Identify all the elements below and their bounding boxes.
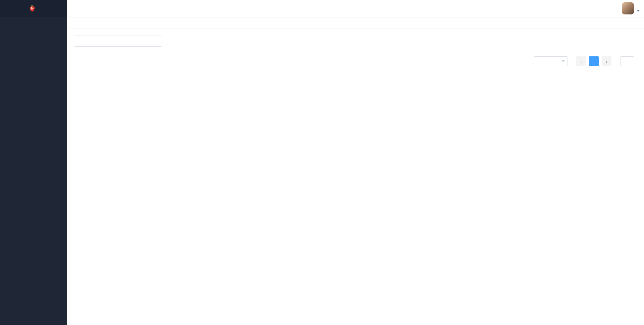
prev-page-button[interactable]: ‹ xyxy=(576,56,586,66)
category-panel xyxy=(74,36,162,318)
avatar[interactable] xyxy=(622,2,634,14)
chevron-down-icon xyxy=(562,60,565,62)
pagination: ‹ › xyxy=(170,56,637,66)
goto-page-input[interactable] xyxy=(620,56,634,66)
app-root: ‹ › xyxy=(0,0,644,325)
hamburger-icon[interactable] xyxy=(67,0,84,17)
page-1-button[interactable] xyxy=(589,56,599,66)
search-icon xyxy=(77,39,82,43)
sidebar xyxy=(0,0,67,325)
navbar-actions xyxy=(618,2,640,14)
top-navbar xyxy=(67,0,644,17)
page-content: ‹ › xyxy=(67,28,644,325)
sidebar-menu xyxy=(0,17,67,325)
main-column: ‹ › xyxy=(67,0,644,325)
page-size-select[interactable] xyxy=(534,56,568,66)
category-search xyxy=(74,36,162,47)
category-search-input[interactable] xyxy=(74,36,162,47)
app-logo[interactable] xyxy=(0,0,67,17)
chevron-down-icon[interactable] xyxy=(637,10,640,12)
next-page-button[interactable]: › xyxy=(602,56,611,66)
tabs-bar xyxy=(67,17,644,28)
logo-icon xyxy=(28,4,37,13)
table-panel: ‹ › xyxy=(170,36,637,318)
